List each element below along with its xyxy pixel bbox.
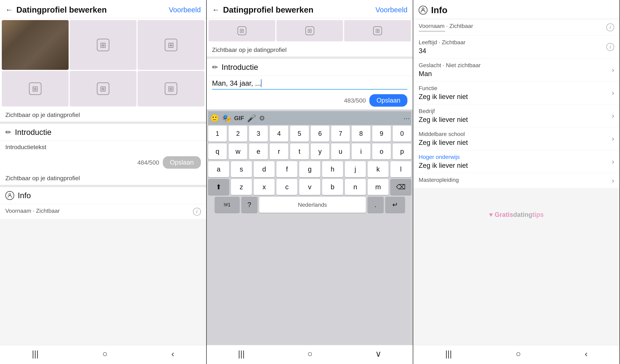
key-7[interactable]: 7 (331, 126, 350, 142)
key-v[interactable]: v (299, 179, 320, 195)
intro-section-header-1: ✏ Introductie (0, 124, 206, 141)
info-title-3: Info (431, 5, 447, 15)
functie-content: Functie Zeg ik liever niet (418, 85, 468, 101)
info-circle-icon-3[interactable]: i (606, 23, 614, 31)
photo-cell-main[interactable] (2, 20, 69, 70)
back-button-2[interactable]: ← (212, 5, 219, 14)
gif-toolbar-btn[interactable]: GIF (234, 115, 244, 121)
key-symbols[interactable]: !#1 (215, 197, 240, 213)
save-button-1[interactable]: Opslaan (163, 156, 201, 169)
hoger-field[interactable]: Hoger onderwijs Zeg ik liever niet › (413, 150, 620, 173)
nav-home-2[interactable]: ○ (307, 349, 312, 359)
key-space[interactable]: Nederlands (259, 197, 366, 213)
preview-button-1[interactable]: Voorbeeld (169, 6, 201, 14)
key-f[interactable]: f (276, 161, 297, 177)
hoger-arrow: › (612, 158, 614, 166)
key-3[interactable]: 3 (249, 126, 268, 142)
master-arrow: › (612, 177, 614, 185)
key-2[interactable]: 2 (229, 126, 247, 142)
functie-field[interactable]: Functie Zeg ik liever niet › (413, 81, 620, 104)
voornaam-field-1[interactable]: Voornaam · Zichtbaar i (0, 204, 206, 219)
key-t[interactable]: t (290, 143, 309, 159)
bedrijf-arrow: › (612, 112, 614, 120)
key-i[interactable]: i (352, 143, 370, 159)
nav-recent-3[interactable]: ||| (445, 349, 452, 359)
key-5[interactable]: 5 (290, 126, 309, 142)
keyboard-asdf-row: a s d f g h j k l (208, 161, 412, 177)
key-period[interactable]: . (368, 197, 384, 213)
add-photo-2-3: ⊞ (373, 26, 382, 35)
key-9[interactable]: 9 (372, 126, 391, 142)
sticker-toolbar-btn[interactable]: 🎭 (222, 114, 231, 122)
photo-cell-2-2[interactable]: ⊞ (276, 20, 343, 41)
key-h[interactable]: h (322, 161, 343, 177)
photo-cell-3[interactable]: ⊞ (138, 20, 204, 70)
key-1[interactable]: 1 (208, 126, 227, 142)
preview-button-2[interactable]: Voorbeeld (375, 6, 407, 14)
bedrijf-value: Zeg ik liever niet (418, 116, 468, 123)
key-a[interactable]: a (208, 161, 229, 177)
key-r[interactable]: r (270, 143, 288, 159)
photo-cell-5[interactable]: ⊞ (70, 71, 137, 106)
key-4[interactable]: 4 (270, 126, 288, 142)
middelbare-row: Middelbare school Zeg ik liever niet › (418, 131, 614, 146)
info-circle-icon-1[interactable]: i (193, 208, 201, 216)
key-z[interactable]: z (231, 179, 252, 195)
key-b[interactable]: b (322, 179, 343, 195)
save-button-2[interactable]: Opslaan (369, 94, 407, 107)
key-question[interactable]: ? (241, 197, 257, 213)
photo-cell-2-1[interactable]: ⊞ (208, 20, 275, 41)
key-d[interactable]: d (254, 161, 275, 177)
key-p[interactable]: p (393, 143, 411, 159)
photo-cell-6[interactable]: ⊞ (138, 71, 204, 106)
key-0[interactable]: 0 (393, 126, 411, 142)
nav-recent-2[interactable]: ||| (238, 349, 245, 359)
nav-home-3[interactable]: ○ (516, 349, 521, 359)
photo-cell-2-3[interactable]: ⊞ (344, 20, 411, 41)
settings-toolbar-btn[interactable]: ⚙ (259, 114, 265, 122)
key-w[interactable]: w (229, 143, 247, 159)
phone-panel-3: Info Voornaam · Zichtbaar i Leeftijd · Z… (413, 0, 620, 364)
key-m[interactable]: m (368, 179, 388, 195)
back-button-1[interactable]: ← (5, 5, 13, 14)
keyboard-numbers-row: 1 2 3 4 5 6 7 8 9 0 (208, 126, 412, 142)
mic-toolbar-btn[interactable]: 🎤 (247, 114, 256, 122)
emoji-toolbar-btn[interactable]: 🙂 (210, 114, 219, 122)
bedrijf-field[interactable]: Bedrijf Zeg ik liever niet › (413, 104, 620, 127)
key-enter[interactable]: ↵ (385, 197, 405, 213)
key-backspace[interactable]: ⌫ (390, 179, 411, 195)
key-g[interactable]: g (299, 161, 320, 177)
key-n[interactable]: n (345, 179, 366, 195)
key-k[interactable]: k (368, 161, 388, 177)
main-photo (2, 20, 69, 70)
text-input-area[interactable]: Man, 34 jaar, ... (207, 76, 413, 91)
nav-back-1[interactable]: ‹ (171, 349, 174, 359)
key-s[interactable]: s (231, 161, 252, 177)
intro-text-2[interactable]: Man, 34 jaar, ... (212, 79, 408, 87)
key-q[interactable]: q (208, 143, 227, 159)
more-toolbar-btn[interactable]: ··· (403, 114, 410, 122)
nav-back-3[interactable]: ‹ (585, 349, 588, 359)
master-field[interactable]: Masteropleiding › (413, 173, 620, 188)
photo-cell-4[interactable]: ⊞ (2, 71, 69, 106)
leeftijd-info-icon[interactable]: i (606, 43, 614, 51)
key-8[interactable]: 8 (352, 126, 370, 142)
nav-recent-1[interactable]: ||| (32, 349, 39, 359)
key-c[interactable]: c (276, 179, 297, 195)
middelbare-field[interactable]: Middelbare school Zeg ik liever niet › (413, 127, 620, 150)
key-e[interactable]: e (249, 143, 268, 159)
geslacht-field[interactable]: Geslacht · Niet zichtbaar Man › (413, 59, 620, 81)
key-y[interactable]: y (311, 143, 329, 159)
key-u[interactable]: u (331, 143, 350, 159)
key-x[interactable]: x (254, 179, 275, 195)
nav-home-1[interactable]: ○ (102, 349, 108, 359)
key-o[interactable]: o (372, 143, 391, 159)
nav-bar-1: ||| ○ ‹ (0, 345, 206, 364)
svg-point-0 (9, 194, 11, 195)
nav-down-2[interactable]: ∨ (375, 349, 381, 359)
key-shift[interactable]: ⬆ (208, 179, 229, 195)
key-6[interactable]: 6 (311, 126, 329, 142)
key-l[interactable]: l (390, 161, 411, 177)
key-j[interactable]: j (345, 161, 366, 177)
photo-cell-2[interactable]: ⊞ (70, 20, 137, 70)
